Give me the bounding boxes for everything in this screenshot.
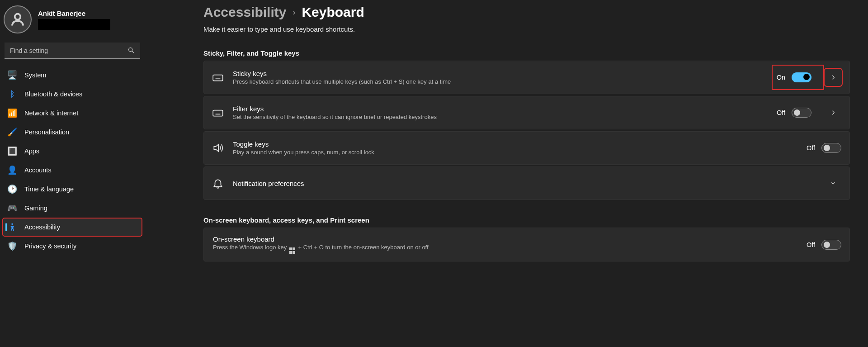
wifi-icon: 📶 <box>7 108 17 118</box>
nav-network[interactable]: 📶 Network & internet <box>3 104 142 122</box>
expand-notification-preferences[interactable] <box>825 175 841 191</box>
nav-label: Accessibility <box>24 223 60 231</box>
section-title-1: Sticky, Filter, and Toggle keys <box>203 49 850 57</box>
nav-label: Privacy & security <box>24 242 76 250</box>
svg-line-2 <box>132 51 134 53</box>
profile-email-redacted <box>38 19 110 30</box>
svg-rect-10 <box>213 110 223 116</box>
breadcrumb-parent[interactable]: Accessibility <box>203 5 286 20</box>
search-wrap <box>5 43 140 59</box>
bell-icon <box>212 177 224 189</box>
display-icon: 🖥️ <box>7 70 17 80</box>
keyboard-icon <box>212 107 224 119</box>
clock-icon: 🕑 <box>7 184 17 194</box>
page-title: Keyboard <box>302 5 364 20</box>
nav-label: Time & language <box>24 185 74 193</box>
expand-sticky-keys[interactable] <box>825 69 841 86</box>
setting-notification-preferences[interactable]: Notification preferences <box>203 166 850 200</box>
setting-title: Filter keys <box>233 105 768 113</box>
onscreen-keyboard-toggle[interactable] <box>821 240 841 250</box>
nav-accounts[interactable]: 👤 Accounts <box>3 161 142 179</box>
nav-label: Personalisation <box>24 128 69 136</box>
profile-block[interactable]: Ankit Banerjee <box>3 4 142 38</box>
svg-point-3 <box>11 223 13 225</box>
windows-logo-icon <box>289 247 296 254</box>
setting-sticky-keys[interactable]: Sticky keys Press keyboard shortcuts tha… <box>203 61 850 94</box>
shield-icon: 🛡️ <box>7 241 17 251</box>
sticky-keys-toggle[interactable] <box>792 72 811 82</box>
setting-desc: Set the sensitivity of the keyboard so i… <box>233 114 768 120</box>
nav-label: Network & internet <box>24 109 78 117</box>
toggle-label: On <box>777 74 785 81</box>
nav-gaming[interactable]: 🎮 Gaming <box>3 199 142 217</box>
setting-title: Sticky keys <box>233 70 768 77</box>
nav-time[interactable]: 🕑 Time & language <box>3 180 142 198</box>
nav-label: System <box>24 71 46 79</box>
setting-filter-keys[interactable]: Filter keys Set the sensitivity of the k… <box>203 96 850 129</box>
person-icon: 👤 <box>7 165 17 175</box>
toggle-keys-toggle[interactable] <box>821 143 841 153</box>
nav: 🖥️ System ᛒ Bluetooth & devices 📶 Networ… <box>3 66 142 255</box>
nav-label: Apps <box>24 147 39 155</box>
setting-desc: Play a sound when you press caps, num, o… <box>233 149 797 156</box>
search-input[interactable] <box>5 43 140 59</box>
main: Accessibility › Keyboard Make it easier … <box>145 0 868 347</box>
setting-title: Notification preferences <box>233 180 811 187</box>
nav-apps[interactable]: 🔳 Apps <box>3 142 142 160</box>
nav-label: Accounts <box>24 166 52 174</box>
setting-toggle-keys[interactable]: Toggle keys Play a sound when you press … <box>203 131 850 165</box>
filter-keys-toggle[interactable] <box>792 108 811 118</box>
toggle-label: Off <box>807 144 815 152</box>
breadcrumb: Accessibility › Keyboard <box>203 5 850 20</box>
paint-icon: 🖌️ <box>7 127 17 137</box>
toggle-label: Off <box>807 241 815 248</box>
setting-desc: Press keyboard shortcuts that use multip… <box>233 78 768 85</box>
setting-onscreen-keyboard[interactable]: On-screen keyboard Press the Windows log… <box>203 228 850 261</box>
sidebar: Ankit Banerjee 🖥️ System ᛒ Bluetooth & d… <box>0 0 145 347</box>
desc-post: + Ctrl + O to turn the on-screen keyboar… <box>298 244 429 251</box>
section-title-2: On-screen keyboard, access keys, and Pri… <box>203 216 850 224</box>
nav-label: Bluetooth & devices <box>24 90 82 98</box>
search-icon <box>127 47 135 54</box>
page-subtitle: Make it easier to type and use keyboard … <box>203 25 850 33</box>
nav-system[interactable]: 🖥️ System <box>3 66 142 84</box>
svg-rect-4 <box>213 75 223 81</box>
setting-title: On-screen keyboard <box>213 235 797 243</box>
speaker-icon <box>212 142 224 154</box>
bluetooth-icon: ᛒ <box>7 89 17 99</box>
nav-privacy[interactable]: 🛡️ Privacy & security <box>3 237 142 255</box>
expand-filter-keys[interactable] <box>825 105 841 121</box>
apps-icon: 🔳 <box>7 146 17 156</box>
nav-bluetooth[interactable]: ᛒ Bluetooth & devices <box>3 85 142 103</box>
nav-personalisation[interactable]: 🖌️ Personalisation <box>3 123 142 141</box>
setting-desc: Press the Windows logo key + Ctrl + O to… <box>213 244 797 254</box>
toggle-label: Off <box>777 109 785 116</box>
setting-title: Toggle keys <box>233 140 797 148</box>
keyboard-icon <box>212 71 224 83</box>
nav-accessibility[interactable]: Accessibility <box>3 218 142 236</box>
gaming-icon: 🎮 <box>7 203 17 213</box>
svg-point-1 <box>129 48 132 52</box>
accessibility-icon <box>7 222 17 232</box>
nav-label: Gaming <box>24 204 47 212</box>
chevron-right-icon: › <box>292 8 295 17</box>
svg-point-0 <box>15 14 21 20</box>
desc-pre: Press the Windows logo key <box>213 244 288 251</box>
avatar <box>4 5 32 33</box>
profile-name: Ankit Banerjee <box>38 10 110 17</box>
